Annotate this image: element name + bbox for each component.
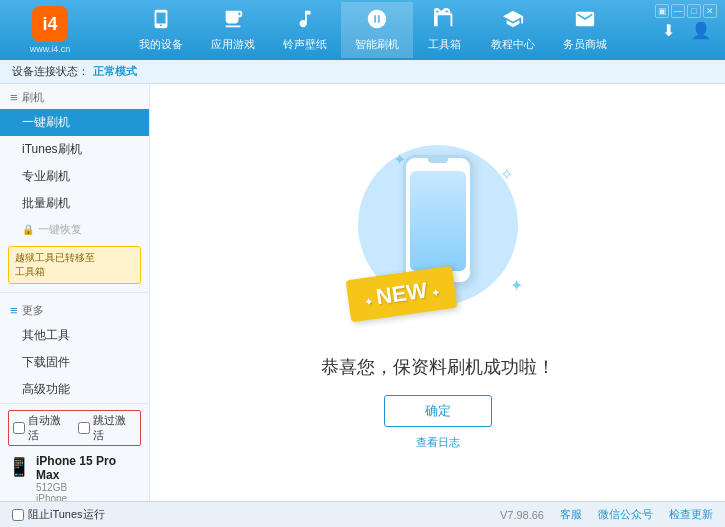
nav-service[interactable]: 务员商城 xyxy=(549,2,621,58)
phone-screen xyxy=(410,171,466,271)
auto-activate-checkbox-label[interactable]: 自动激活 xyxy=(13,413,72,443)
flash-icon xyxy=(366,8,388,35)
apps-icon xyxy=(222,8,244,35)
sparkle-icon-2: ✧ xyxy=(500,165,513,184)
more-section-icon: ≡ xyxy=(10,303,18,318)
device-phone-icon: 📱 xyxy=(8,456,30,478)
nav-my-device[interactable]: 我的设备 xyxy=(125,2,197,58)
device-name: iPhone 15 Pro Max xyxy=(36,454,141,482)
sidebar: ≡ 刷机 一键刷机 iTunes刷机 专业刷机 批量刷机 🔒 一键恢复 越狱工具… xyxy=(0,84,150,501)
topbar-mode: 正常模式 xyxy=(93,64,137,79)
view-log-link[interactable]: 查看日志 xyxy=(416,435,460,450)
auto-activate-label: 自动激活 xyxy=(28,413,72,443)
main-layout: ≡ 刷机 一键刷机 iTunes刷机 专业刷机 批量刷机 🔒 一键恢复 越狱工具… xyxy=(0,84,725,501)
itunes-checkbox[interactable] xyxy=(12,509,24,521)
toolbox-icon xyxy=(434,8,456,35)
minimize-button[interactable]: — xyxy=(671,4,685,18)
guided-activation-checkbox-label[interactable]: 跳过激活 xyxy=(78,413,137,443)
auto-activate-row: 自动激活 跳过激活 xyxy=(8,410,141,446)
header: i4 www.i4.cn 我的设备 应用游戏 铃声壁纸 xyxy=(0,0,725,60)
maximize-button[interactable]: □ xyxy=(687,4,701,18)
lock-icon: 🔒 xyxy=(22,224,34,235)
more-section-title: ≡ 更多 xyxy=(0,297,149,322)
confirm-button[interactable]: 确定 xyxy=(384,395,492,427)
sidebar-item-batch-flash[interactable]: 批量刷机 xyxy=(0,190,149,217)
nav-ringtones-label: 铃声壁纸 xyxy=(283,37,327,52)
sidebar-item-download-firmware[interactable]: 下载固件 xyxy=(0,349,149,376)
notice-text: 越狱工具已转移至 工具箱 xyxy=(15,252,95,277)
client-link[interactable]: 客服 xyxy=(560,507,582,522)
phone-notch xyxy=(428,158,448,163)
phone-icon xyxy=(150,8,172,35)
sidebar-item-advanced[interactable]: 高级功能 xyxy=(0,376,149,403)
sidebar-item-one-key-flash[interactable]: 一键刷机 xyxy=(0,109,149,136)
nav-toolbox[interactable]: 工具箱 xyxy=(413,2,477,58)
nav-apps-label: 应用游戏 xyxy=(211,37,255,52)
pro-flash-label: 专业刷机 xyxy=(22,169,70,183)
sidebar-item-other-tools[interactable]: 其他工具 xyxy=(0,322,149,349)
nav-tutorials[interactable]: 教程中心 xyxy=(477,2,549,58)
one-key-restore-label: 一键恢复 xyxy=(38,222,82,237)
nav-tutorials-label: 教程中心 xyxy=(491,37,535,52)
ringtone-icon xyxy=(294,8,316,35)
device-storage: 512GB xyxy=(36,482,141,493)
main-content: NEW ✦ ✧ ✦ 恭喜您，保资料刷机成功啦！ 确定 查看日志 xyxy=(150,84,725,501)
service-icon xyxy=(574,8,596,35)
topbar-prefix: 设备连接状态： xyxy=(12,64,89,79)
other-tools-label: 其他工具 xyxy=(22,328,70,342)
statusbar: 阻止iTunes运行 V7.98.66 客服 微信公众号 检查更新 xyxy=(0,501,725,527)
new-banner: NEW xyxy=(345,266,457,323)
window-signal-icon: ▣ xyxy=(655,4,669,18)
success-text: 恭喜您，保资料刷机成功啦！ xyxy=(321,355,555,379)
window-controls: ▣ — □ ✕ xyxy=(655,4,717,18)
sparkle-icon-3: ✦ xyxy=(510,276,523,295)
guided-activation-checkbox[interactable] xyxy=(78,422,90,434)
download-firmware-label: 下载固件 xyxy=(22,355,70,369)
flash-section-title: ≡ 刷机 xyxy=(0,84,149,109)
device-details: iPhone 15 Pro Max 512GB iPhone xyxy=(36,454,141,501)
version-text: V7.98.66 xyxy=(500,509,544,521)
close-button[interactable]: ✕ xyxy=(703,4,717,18)
advanced-label: 高级功能 xyxy=(22,382,70,396)
user-icon[interactable]: 👤 xyxy=(687,17,715,44)
sidebar-item-pro-flash[interactable]: 专业刷机 xyxy=(0,163,149,190)
itunes-label: 阻止iTunes运行 xyxy=(28,507,105,522)
success-illustration: NEW ✦ ✧ ✦ xyxy=(338,135,538,335)
header-right: ⬇ 👤 xyxy=(655,17,715,44)
statusbar-right: V7.98.66 客服 微信公众号 检查更新 xyxy=(500,507,713,522)
wechat-link[interactable]: 微信公众号 xyxy=(598,507,653,522)
logo-url: www.i4.cn xyxy=(30,44,71,54)
topbar: 设备连接状态： 正常模式 xyxy=(0,60,725,84)
nav-smart-flash[interactable]: 智能刷机 xyxy=(341,2,413,58)
one-key-flash-label: 一键刷机 xyxy=(22,115,70,129)
nav-smart-flash-label: 智能刷机 xyxy=(355,37,399,52)
logo: i4 www.i4.cn xyxy=(10,6,90,54)
sidebar-divider xyxy=(0,292,149,293)
nav-toolbox-label: 工具箱 xyxy=(428,37,461,52)
batch-flash-label: 批量刷机 xyxy=(22,196,70,210)
device-type: iPhone xyxy=(36,493,141,501)
nav-ringtones[interactable]: 铃声壁纸 xyxy=(269,2,341,58)
phone-illustration xyxy=(403,155,473,285)
check-update-link[interactable]: 检查更新 xyxy=(669,507,713,522)
one-key-restore-disabled: 🔒 一键恢复 xyxy=(0,217,149,242)
guided-activation-label: 跳过激活 xyxy=(93,413,137,443)
nav-bar: 我的设备 应用游戏 铃声壁纸 智能刷机 xyxy=(90,2,655,58)
download-icon[interactable]: ⬇ xyxy=(658,17,679,44)
device-info: 📱 iPhone 15 Pro Max 512GB iPhone xyxy=(8,450,141,501)
itunes-flash-label: iTunes刷机 xyxy=(22,142,82,156)
phone-body xyxy=(403,155,473,285)
nav-service-label: 务员商城 xyxy=(563,37,607,52)
logo-icon: i4 xyxy=(32,6,68,42)
nav-my-device-label: 我的设备 xyxy=(139,37,183,52)
itunes-checkbox-label[interactable]: 阻止iTunes运行 xyxy=(12,507,105,522)
flash-section-label: 刷机 xyxy=(22,90,44,105)
sidebar-bottom: 自动激活 跳过激活 📱 iPhone 15 Pro Max 512GB iPho… xyxy=(0,403,149,501)
tutorials-icon xyxy=(502,8,524,35)
flash-section-icon: ≡ xyxy=(10,90,18,105)
sidebar-item-itunes-flash[interactable]: iTunes刷机 xyxy=(0,136,149,163)
auto-activate-checkbox[interactable] xyxy=(13,422,25,434)
sparkle-icon-1: ✦ xyxy=(393,150,406,169)
statusbar-left: 阻止iTunes运行 xyxy=(12,507,105,522)
nav-apps-games[interactable]: 应用游戏 xyxy=(197,2,269,58)
